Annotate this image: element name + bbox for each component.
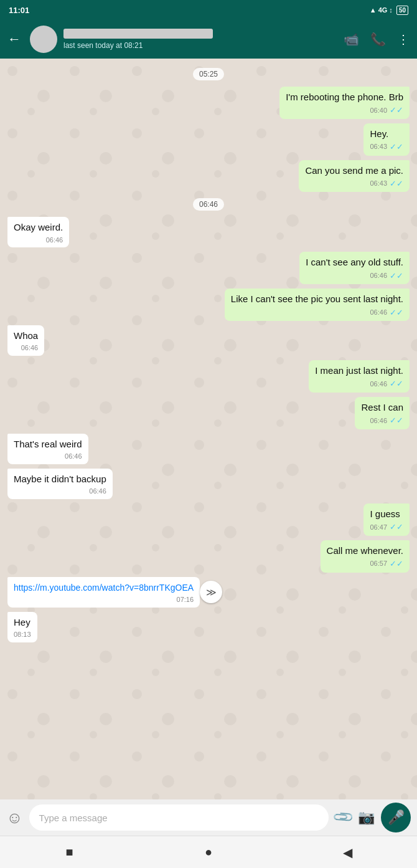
message-bubble: I'm rebooting the phone. Brb 06:40 ✓✓ [279,87,410,119]
message-bubble: https://m.youtube.com/watch?v=8bnrrTKgOE… [7,577,200,608]
message-time: 06:40 [370,106,387,115]
message-row: I guess 06:47 ✓✓ [7,503,410,536]
message-time: 06:57 [370,559,387,568]
message-row: Hey. 06:43 ✓✓ [7,123,410,156]
message-row: Whoa 06:46 [7,325,410,356]
nav-home-button[interactable]: ● [194,837,223,867]
status-bar: 11:01 ▲ 4G ↕ 50 [0,0,417,20]
chat-header: ← last seen today at 08:21 📹 📞 ⋮ [0,20,417,59]
message-text: I'm rebooting the phone. Brb [286,92,403,102]
battery-icon: 50 [396,6,408,15]
message-text: That's real weird [14,439,82,449]
square-icon: ■ [66,845,73,859]
message-row: I'm rebooting the phone. Brb 06:40 ✓✓ [7,87,410,119]
message-time: 06:46 [65,452,82,461]
signal-icon: ▲ 4G ↕ [370,6,393,14]
more-options-icon[interactable]: ⋮ [397,32,410,47]
message-row: Okay weird. 06:46 [7,217,410,247]
message-time: 06:46 [370,379,387,389]
message-text: Hey. [370,128,388,139]
message-row: Hey 08:13 [7,612,410,642]
message-text: Rest I can [361,402,403,413]
message-time: 06:46 [89,487,106,496]
message-meta: 06:46 [14,452,82,461]
contact-info: last seen today at 08:21 [63,29,337,50]
message-row: That's real weird 06:46 [7,434,410,464]
nav-back-button[interactable]: ◀ [332,837,362,867]
tick-icon: ✓✓ [390,178,403,189]
message-time: 06:46 [21,343,39,353]
message-bubble: That's real weird 06:46 [7,434,88,464]
message-row: Rest I can 06:46 ✓✓ [7,397,410,429]
message-text: Hey [14,617,30,627]
message-bubble: Okay weird. 06:46 [7,217,69,247]
avatar[interactable] [30,26,57,53]
timestamp-0646: 06:46 [193,198,224,211]
message-link[interactable]: https://m.youtube.com/watch?v=8bnrrTKgOE… [14,583,194,593]
message-text: Can you send me a pic. [305,165,403,176]
message-bubble: I can't see any old stuff. 06:46 ✓✓ [299,252,410,284]
scroll-down-icon: ≫ [206,586,217,598]
message-row: https://m.youtube.com/watch?v=8bnrrTKgOE… [7,577,410,608]
camera-button[interactable]: 📷 [358,809,375,826]
message-meta: 06:57 ✓✓ [327,558,403,570]
message-text: Whoa [14,330,38,341]
message-time: 06:47 [370,523,387,532]
message-meta: 06:47 ✓✓ [370,522,403,533]
message-text: Okay weird. [14,222,63,232]
message-time: 06:46 [370,416,387,426]
message-time: 06:46 [370,271,387,280]
message-time: 06:43 [370,142,387,151]
message-row: I mean just last night. 06:46 ✓✓ [7,360,410,393]
message-bubble: I mean just last night. 06:46 ✓✓ [309,360,410,393]
message-time: 06:46 [46,236,63,245]
nav-bar: ■ ● ◀ [0,836,417,868]
message-input[interactable]: Type a message [29,804,329,831]
message-meta: 08:13 [14,630,31,639]
message-meta: 06:46 [14,236,63,245]
nav-recent-button[interactable]: ■ [55,837,85,867]
timestamp-0525: 05:25 [193,68,224,80]
tick-icon: ✓✓ [390,105,403,116]
tick-icon: ✓✓ [390,378,403,389]
mic-icon: 🎤 [388,809,405,826]
message-text: Call me whenever. [327,545,403,556]
status-time: 11:01 [9,6,29,15]
message-bubble: Call me whenever. 06:57 ✓✓ [321,540,410,573]
phone-call-icon[interactable]: 📞 [370,32,386,47]
chat-area: 05:25 I'm rebooting the phone. Brb 06:40… [0,59,417,799]
input-bar: ☺ Type a message 📎 📷 🎤 [0,799,417,836]
message-row: I can't see any old stuff. 06:46 ✓✓ [7,252,410,284]
message-meta: 06:46 ✓✓ [315,378,403,389]
message-row: Can you send me a pic. 06:43 ✓✓ [7,160,410,193]
tick-icon: ✓✓ [390,415,403,426]
back-button[interactable]: ← [7,31,21,47]
message-meta: 06:46 [14,487,106,496]
message-time: 08:13 [14,630,31,639]
video-call-icon[interactable]: 📹 [344,32,359,47]
message-meta: 06:43 ✓✓ [305,178,403,189]
message-meta: 06:46 ✓✓ [231,307,403,318]
message-meta: 06:46 ✓✓ [306,270,403,282]
message-time: 06:46 [370,308,387,317]
message-text: I can't see any old stuff. [306,257,403,267]
emoji-button[interactable]: ☺ [6,808,23,827]
message-row: Call me whenever. 06:57 ✓✓ [7,540,410,573]
message-row: Maybe it didn't backup 06:46 [7,469,410,499]
tick-icon: ✓✓ [390,522,403,533]
message-meta: 07:16 [14,595,194,604]
message-text: Maybe it didn't backup [14,474,106,484]
message-meta: 06:46 [14,343,38,353]
message-text: I guess [370,508,400,519]
message-meta: 06:46 ✓✓ [361,415,403,426]
contact-status: last seen today at 08:21 [63,41,337,50]
message-row: Like I can't see the pic you sent last n… [7,289,410,321]
triangle-icon: ◀ [343,845,352,860]
message-text: I mean just last night. [315,365,403,376]
message-text: Like I can't see the pic you sent last n… [231,293,403,304]
attach-button[interactable]: 📎 [332,806,355,829]
message-bubble: Whoa 06:46 [7,325,44,356]
mic-button[interactable]: 🎤 [381,803,411,832]
scroll-down-button[interactable]: ≫ [200,581,222,603]
message-time: 07:16 [177,595,194,604]
